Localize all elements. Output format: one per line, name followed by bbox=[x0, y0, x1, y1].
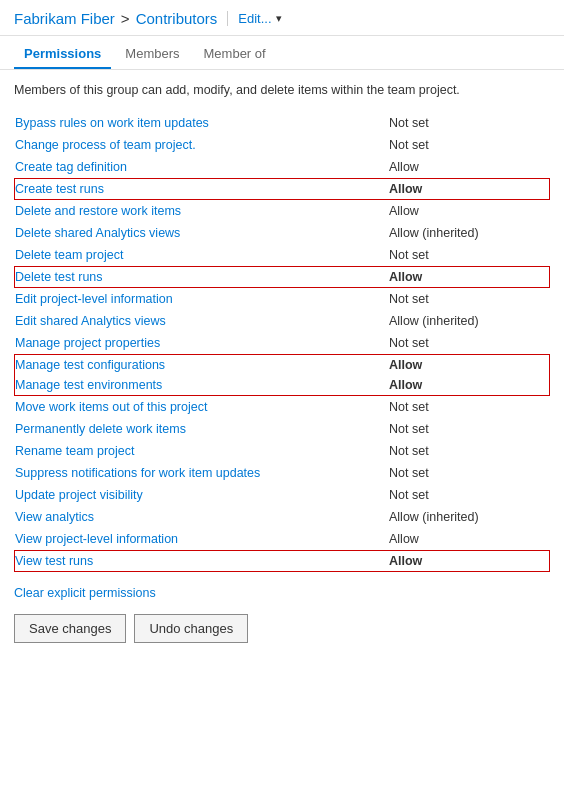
highlighted-permission-group: View test runsAllow bbox=[14, 550, 550, 572]
permission-value: Allow bbox=[389, 160, 549, 174]
permission-name[interactable]: Create tag definition bbox=[15, 160, 389, 174]
permission-value: Not set bbox=[389, 466, 549, 480]
permission-name[interactable]: View analytics bbox=[15, 510, 389, 524]
permission-name[interactable]: Move work items out of this project bbox=[15, 400, 389, 414]
table-row: View test runsAllow bbox=[15, 551, 549, 571]
table-row: Change process of team project.Not set bbox=[14, 134, 550, 156]
table-row: Manage project propertiesNot set bbox=[14, 332, 550, 354]
permission-value: Not set bbox=[389, 138, 549, 152]
permission-value: Not set bbox=[389, 292, 549, 306]
permission-name[interactable]: Delete shared Analytics views bbox=[15, 226, 389, 240]
table-row: Bypass rules on work item updatesNot set bbox=[14, 112, 550, 134]
permission-name[interactable]: View test runs bbox=[15, 554, 389, 568]
action-buttons: Save changes Undo changes bbox=[14, 614, 550, 643]
table-row: Suppress notifications for work item upd… bbox=[14, 462, 550, 484]
permission-name[interactable]: Permanently delete work items bbox=[15, 422, 389, 436]
tab-bar: Permissions Members Member of bbox=[0, 38, 564, 70]
permission-name[interactable]: Rename team project bbox=[15, 444, 389, 458]
permission-name[interactable]: Bypass rules on work item updates bbox=[15, 116, 389, 130]
group-description: Members of this group can add, modify, a… bbox=[14, 82, 550, 100]
group-link[interactable]: Contributors bbox=[136, 10, 218, 27]
table-row: View analyticsAllow (inherited) bbox=[14, 506, 550, 528]
permission-name[interactable]: Delete test runs bbox=[15, 270, 389, 284]
save-button[interactable]: Save changes bbox=[14, 614, 126, 643]
tab-member-of[interactable]: Member of bbox=[194, 38, 276, 69]
table-row: Create test runsAllow bbox=[15, 179, 549, 199]
permission-name[interactable]: Manage project properties bbox=[15, 336, 389, 350]
permission-name[interactable]: Edit shared Analytics views bbox=[15, 314, 389, 328]
table-row: Move work items out of this projectNot s… bbox=[14, 396, 550, 418]
table-row: Update project visibilityNot set bbox=[14, 484, 550, 506]
page-header: Fabrikam Fiber > Contributors Edit... ▾ bbox=[0, 0, 564, 36]
permission-name[interactable]: Create test runs bbox=[15, 182, 389, 196]
permission-name[interactable]: Edit project-level information bbox=[15, 292, 389, 306]
table-row: View project-level informationAllow bbox=[14, 528, 550, 550]
permission-name[interactable]: Suppress notifications for work item upd… bbox=[15, 466, 389, 480]
edit-dropdown[interactable]: Edit... ▾ bbox=[227, 11, 281, 26]
breadcrumb-separator: > bbox=[121, 10, 130, 27]
permission-name[interactable]: Delete and restore work items bbox=[15, 204, 389, 218]
undo-button[interactable]: Undo changes bbox=[134, 614, 248, 643]
permission-value: Not set bbox=[389, 400, 549, 414]
permission-name[interactable]: Manage test configurations bbox=[15, 358, 389, 372]
table-row: Edit shared Analytics viewsAllow (inheri… bbox=[14, 310, 550, 332]
permission-value: Allow bbox=[389, 204, 549, 218]
permission-value: Not set bbox=[389, 248, 549, 262]
main-content: Members of this group can add, modify, a… bbox=[0, 70, 564, 655]
permission-value: Allow (inherited) bbox=[389, 226, 549, 240]
permission-value: Allow (inherited) bbox=[389, 510, 549, 524]
table-row: Delete team projectNot set bbox=[14, 244, 550, 266]
tab-permissions[interactable]: Permissions bbox=[14, 38, 111, 69]
edit-label: Edit... bbox=[238, 11, 271, 26]
table-row: Delete shared Analytics viewsAllow (inhe… bbox=[14, 222, 550, 244]
highlighted-permission-group: Delete test runsAllow bbox=[14, 266, 550, 288]
table-row: Manage test environmentsAllow bbox=[15, 375, 549, 395]
chevron-down-icon: ▾ bbox=[276, 12, 282, 25]
highlighted-permission-group: Create test runsAllow bbox=[14, 178, 550, 200]
permission-value: Allow bbox=[389, 270, 549, 284]
permission-name[interactable]: View project-level information bbox=[15, 532, 389, 546]
permission-name[interactable]: Manage test environments bbox=[15, 378, 389, 392]
table-row: Edit project-level informationNot set bbox=[14, 288, 550, 310]
table-row: Delete test runsAllow bbox=[15, 267, 549, 287]
table-row: Rename team projectNot set bbox=[14, 440, 550, 462]
clear-explicit-permissions-link[interactable]: Clear explicit permissions bbox=[14, 586, 156, 600]
table-row: Manage test configurationsAllow bbox=[15, 355, 549, 375]
permission-value: Allow bbox=[389, 182, 549, 196]
permission-value: Allow bbox=[389, 358, 549, 372]
permission-name[interactable]: Update project visibility bbox=[15, 488, 389, 502]
permissions-list: Bypass rules on work item updatesNot set… bbox=[14, 112, 550, 572]
table-row: Create tag definitionAllow bbox=[14, 156, 550, 178]
tab-members[interactable]: Members bbox=[115, 38, 189, 69]
permission-value: Allow bbox=[389, 378, 549, 392]
permission-value: Not set bbox=[389, 336, 549, 350]
permission-value: Not set bbox=[389, 488, 549, 502]
permission-value: Not set bbox=[389, 422, 549, 436]
permission-value: Allow bbox=[389, 532, 549, 546]
highlighted-permission-group: Manage test configurationsAllowManage te… bbox=[14, 354, 550, 396]
org-link[interactable]: Fabrikam Fiber bbox=[14, 10, 115, 27]
permission-value: Not set bbox=[389, 444, 549, 458]
permission-value: Not set bbox=[389, 116, 549, 130]
table-row: Delete and restore work itemsAllow bbox=[14, 200, 550, 222]
permission-name[interactable]: Delete team project bbox=[15, 248, 389, 262]
table-row: Permanently delete work itemsNot set bbox=[14, 418, 550, 440]
permission-value: Allow (inherited) bbox=[389, 314, 549, 328]
permission-value: Allow bbox=[389, 554, 549, 568]
permission-name[interactable]: Change process of team project. bbox=[15, 138, 389, 152]
